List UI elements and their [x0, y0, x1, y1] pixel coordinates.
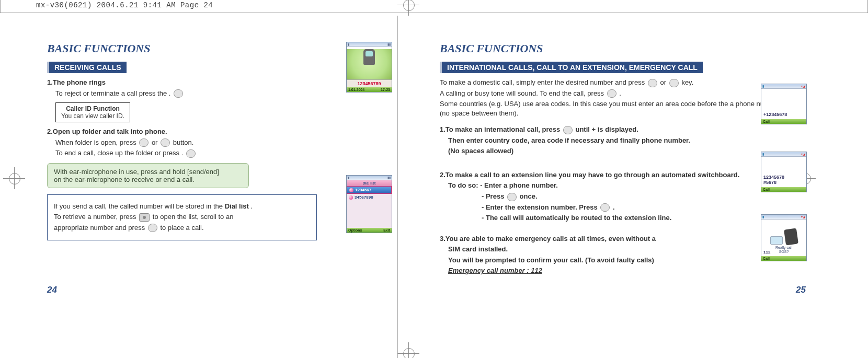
screenshot-dial-list: ▮▮▮ Dial list 1234567 34567890 Options E…	[346, 175, 392, 233]
status-bar-2: ▮▮▮	[347, 176, 392, 180]
sos-body: Really call SOS? 112	[761, 220, 806, 256]
page-left: BASIC FUNCTIONS RECEIVING CALLS 1.The ph…	[0, 16, 397, 358]
dl1a: If you send a call, the called number wi…	[54, 202, 225, 210]
r-step2-b1: - Press once.	[482, 192, 785, 201]
end-key-icon-r	[607, 89, 616, 98]
ear-mic-note: With ear-microphone in use, press and ho…	[47, 163, 249, 188]
rs2b1b: once.	[520, 192, 538, 200]
section-header-receiving-calls: RECEIVING CALLS	[47, 62, 127, 73]
dialed-number-ext-1: 12345678	[763, 175, 804, 180]
dial-body-r2: 12345678 #5678	[761, 157, 806, 187]
rs2b2b: .	[613, 203, 615, 211]
registration-mark-top	[397, 0, 419, 16]
r-step1-l2: Then enter country code, area code if ne…	[448, 136, 785, 145]
sos-number-112: 112	[763, 250, 770, 255]
step2-line1-b: or	[152, 138, 159, 146]
status-bar-r2: ▮▾◢	[761, 152, 806, 157]
intro2a: A calling or busy tone will sound. To en…	[440, 89, 606, 97]
intro1c: key.	[681, 78, 693, 86]
page-title-left: BASIC FUNCTIONS	[47, 42, 376, 55]
step2-line2: To end a call, close up the folder or pr…	[55, 148, 376, 158]
r-step2-b2: - Enter the extension number. Press .	[482, 203, 785, 212]
step2-line1-c: button.	[173, 138, 194, 146]
intro-line1: To make a domestic call, simply enter th…	[440, 78, 785, 87]
dl1b: Dial list	[225, 202, 249, 210]
dial-list-options: Options	[348, 228, 362, 232]
page-right: BASIC FUNCTIONS INTERNATIONAL CALLS, CAL…	[398, 16, 816, 358]
step1-heading: 1.The phone rings	[47, 78, 376, 87]
section-header-intl-calls: INTERNATIONAL CALLS, CALL TO AN EXTENSIO…	[440, 62, 703, 73]
dial-footer-r2: Call	[761, 187, 806, 192]
dial-list-exit: Exit	[383, 228, 390, 232]
intro1b: or	[660, 78, 668, 86]
step2-line1-a: When folder is open, press	[55, 138, 138, 146]
rs1l1b: until + is displayed.	[575, 125, 638, 133]
rs2b1a: - Press	[482, 192, 506, 200]
call-softkey-a: Call	[763, 120, 770, 123]
dial-body-r1: +12345678	[761, 89, 806, 119]
dial-tip-line2: To retrieve a number, press to open the …	[54, 212, 310, 222]
print-header-text: mx-v30(0621) 2004.6.21 9:41 AM Page 24	[36, 1, 213, 9]
sos-msg2: SOS?	[779, 250, 789, 253]
r-step2-b3: - The call will automatically be routed …	[482, 213, 785, 223]
dialed-number-ext-2: #5678	[763, 180, 804, 185]
r-step3-l2: SIM card installed.	[448, 245, 785, 254]
step2-line2-span: To end a call, close up the folder or pr…	[55, 149, 183, 157]
status-bar-r3: ▮▾◢	[761, 215, 806, 220]
r-step2-l1: 2.To make a call to an extension line yo…	[440, 170, 785, 180]
note-line2: on the ear-microphone to receive or end …	[54, 176, 195, 183]
dial-footer-r3: Call	[761, 256, 806, 261]
note-line1: With ear-microphone in use, press and ho…	[54, 168, 219, 176]
step1-text-span: To reject or terminate a call press the …	[55, 89, 170, 97]
r-step1-l3: (No spaces allowed)	[448, 146, 785, 156]
dial-tip-line1: If you send a call, the called number wi…	[54, 202, 310, 211]
hash-key-icon	[507, 193, 517, 201]
r-step3-l3: You will be prompted to confirm your cal…	[448, 256, 785, 265]
status-bar: ▮▮▮	[347, 42, 392, 47]
ok-key-icon-r2	[600, 203, 610, 212]
phone-icon	[363, 49, 375, 65]
dl1c: .	[251, 202, 253, 210]
list-icon-2	[349, 195, 353, 200]
dl3a: appropriate number and press	[54, 224, 147, 232]
dialed-number-intl: +12345678	[763, 112, 804, 117]
page-number-24: 24	[47, 285, 57, 295]
ok-key-icon-2	[148, 224, 157, 232]
end-key-icon-2	[186, 149, 196, 158]
intro-line2: A calling or busy tone will sound. To en…	[440, 89, 785, 98]
star-key-icon	[563, 126, 573, 134]
dial-list-row-2: 34567890	[347, 194, 392, 201]
print-header-bar: mx-v30(0621) 2004.6.21 9:41 AM Page 24	[0, 0, 868, 13]
r-step3-l1: 3.You are able to make emergency calls a…	[440, 234, 785, 244]
r-step1-l1: 1.To make an international call, press u…	[440, 125, 785, 134]
page-spread: BASIC FUNCTIONS RECEIVING CALLS 1.The ph…	[0, 0, 868, 358]
step2-line1: When folder is open, press or button.	[55, 138, 376, 147]
call-screen-footer: 1.01.2004 17:23	[347, 87, 392, 92]
ok-key-icon-r	[669, 79, 679, 87]
dial-footer-r1: Call	[761, 119, 806, 124]
rs1l1a: 1.To make an international call, press	[440, 125, 562, 133]
dl2a: To retrieve a number, press	[54, 213, 138, 221]
intro2b: .	[619, 89, 621, 97]
dial-list-row1-text: 1234567	[355, 188, 371, 192]
notepad-icon	[770, 236, 783, 245]
r-step3-l4: Emergency call number : 112	[448, 266, 785, 275]
dial-list-row2-text: 34567890	[355, 195, 373, 200]
call-softkey-c: Call	[763, 257, 770, 260]
caller-id-text: You can view caller ID.	[61, 112, 124, 120]
dial-list-title: Dial list	[347, 180, 392, 186]
step2-heading: 2.Open up folder and talk into phone.	[47, 127, 376, 136]
screenshot-sos: ▮▾◢ Really call SOS? 112 Call	[761, 214, 808, 261]
dial-list-body: 1234567 34567890	[347, 186, 392, 228]
nav-key-icon	[139, 213, 150, 222]
intro1a: To make a domestic call, simply enter th…	[440, 78, 647, 86]
dl2b: to open the list, scroll to an	[153, 213, 234, 221]
send-key-icon	[139, 138, 149, 147]
ok-key-icon	[161, 138, 170, 147]
footer-date: 1.01.2004	[348, 88, 364, 91]
call-animation-area	[347, 49, 392, 79]
dl3b: to place a call.	[160, 224, 203, 232]
end-key-icon	[174, 89, 183, 98]
step1-text: To reject or terminate a call press the …	[55, 89, 376, 98]
status-bar-r1: ▮▾◢	[761, 84, 806, 89]
